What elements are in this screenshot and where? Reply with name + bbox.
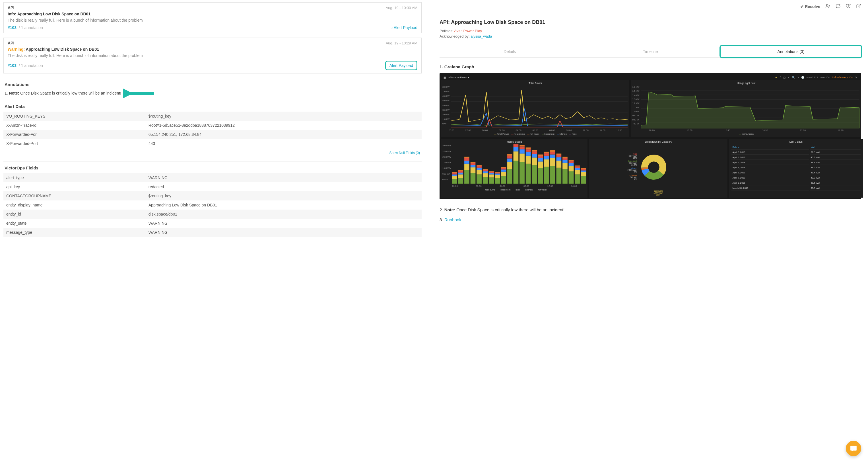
svg-rect-123: [569, 163, 574, 166]
annotation-item: 1. Note: Once Disk Space is critically l…: [3, 90, 422, 100]
svg-rect-82: [520, 153, 525, 162]
svg-rect-70: [501, 167, 506, 168]
svg-rect-64: [495, 173, 500, 173]
incident-tabs: Details Timeline Annotations (3): [439, 46, 861, 58]
svg-rect-40: [464, 156, 469, 158]
grafana-panel-breakdown[interactable]: Breakdown by Category misc5.87 kWh15%bas…: [589, 139, 727, 198]
reroute-icon[interactable]: [836, 3, 841, 10]
last7-table: Date ▾kWh April 7, 201831.5 kWhApril 6, …: [731, 144, 861, 191]
table-row: X-Forwarded-Port443: [3, 139, 422, 148]
svg-rect-30: [452, 172, 457, 173]
tab-timeline[interactable]: Timeline: [580, 46, 721, 57]
user-link[interactable]: alyssa_wada: [470, 34, 492, 38]
svg-rect-74: [507, 156, 513, 158]
svg-rect-96: [538, 168, 543, 184]
policy-link[interactable]: Avs : Power Play: [454, 29, 482, 33]
table-row: March 31, 201838.8 kWh: [732, 186, 861, 191]
grafana-panel-last7[interactable]: Last 7 days Date ▾kWh April 7, 201831.5 …: [729, 139, 863, 198]
svg-rect-130: [575, 166, 580, 166]
svg-rect-121: [569, 171, 574, 184]
svg-rect-91: [532, 165, 537, 184]
svg-rect-129: [575, 167, 580, 168]
svg-rect-116: [562, 169, 567, 184]
snooze-icon[interactable]: [846, 3, 851, 10]
show-null-fields-link[interactable]: Show Null Fields (0): [3, 148, 422, 158]
svg-rect-84: [520, 147, 525, 149]
svg-rect-36: [464, 170, 469, 183]
grafana-share-icon[interactable]: ⤴: [779, 76, 781, 79]
grafana-refresh[interactable]: Refresh every 10s: [832, 76, 852, 79]
svg-rect-53: [483, 171, 488, 173]
svg-rect-115: [556, 153, 562, 155]
alert-id-link[interactable]: #103: [8, 25, 17, 30]
grafana-panel-total-power[interactable]: Total Power 8.0 kW7.0 kW6.0 kW5.0 kW4.0 …: [441, 80, 629, 137]
alert-card-warning[interactable]: API Aug. 19 - 10:29 AM Warning: Approach…: [3, 37, 422, 74]
grafana-forward-icon[interactable]: >: [798, 76, 799, 79]
svg-rect-128: [575, 168, 580, 170]
grafana-timerange[interactable]: now-24h to now-10s: [807, 76, 830, 79]
table-row: message_typeWARNING: [3, 228, 422, 237]
svg-rect-51: [483, 177, 488, 184]
tab-annotations[interactable]: Annotations (3): [719, 45, 862, 58]
grafana-refresh-icon[interactable]: ⟳: [855, 76, 857, 79]
grafana-panel-usage-now[interactable]: Usage right now 1.6 kW1.5 kW1.4 kW1.3 kW…: [631, 80, 861, 137]
alert-card-info[interactable]: API Aug. 19 - 10:30 AM Info: Approaching…: [3, 2, 422, 33]
alert-payload-toggle-highlighted[interactable]: Alert Payload: [385, 61, 417, 70]
alert-level-info: Info:: [8, 12, 16, 16]
svg-rect-88: [526, 152, 531, 156]
svg-rect-29: [452, 173, 457, 174]
grafana-zoom-icon[interactable]: 🔍: [792, 76, 795, 79]
grafana-panel-hourly[interactable]: Hourly usage 3.0 kWh2.5 kWh2.0 kWh1.5 kW…: [441, 139, 588, 198]
svg-rect-111: [556, 168, 562, 184]
runbook-link[interactable]: Runbook: [444, 217, 461, 222]
grafana-star-icon[interactable]: ★: [775, 76, 777, 79]
svg-rect-95: [532, 150, 537, 151]
svg-rect-48: [476, 168, 482, 170]
svg-rect-97: [538, 162, 543, 168]
svg-text:10: 10: [487, 123, 492, 126]
intercom-chat-button[interactable]: [846, 441, 861, 456]
grafana-grid-icon: ▦: [443, 76, 446, 79]
grafana-clock-icon: 🕓: [801, 76, 804, 79]
table-row: entity_iddisk.space/db01: [3, 209, 422, 219]
alert-timestamp: Aug. 19 - 10:30 AM: [386, 6, 417, 10]
grafana-tv-icon[interactable]: ▢: [783, 76, 786, 79]
resolve-button[interactable]: ✔ Resolve: [800, 4, 820, 9]
svg-rect-92: [532, 157, 537, 165]
svg-rect-33: [458, 173, 463, 174]
table-row: April 6, 201840.8 kWh: [732, 155, 861, 160]
table-row: alert_typeWARNING: [3, 173, 422, 182]
svg-rect-57: [489, 175, 494, 178]
alert-annotation-count: / 1 annotation: [19, 25, 43, 30]
annotations-header: Annotations: [3, 78, 422, 90]
table-row: entity_display_nameApproaching Low Disk …: [3, 200, 422, 209]
svg-rect-60: [489, 171, 494, 172]
open-external-icon[interactable]: [856, 3, 861, 10]
svg-rect-112: [556, 161, 562, 168]
tab-details[interactable]: Details: [439, 46, 580, 57]
add-user-icon[interactable]: [825, 3, 831, 10]
svg-rect-45: [470, 162, 476, 163]
grafana-dashboard-name[interactable]: IoTaHome Demo ▾: [448, 76, 469, 79]
grafana-back-icon[interactable]: <: [788, 76, 789, 79]
table-row: api_keyredacted: [3, 182, 422, 191]
svg-rect-98: [538, 158, 543, 162]
svg-rect-67: [501, 172, 506, 176]
incident-toolbar: ✔ Resolve: [439, 0, 861, 17]
alert-payload-toggle[interactable]: › Alert Payload: [392, 25, 417, 30]
svg-rect-28: [452, 175, 457, 176]
alert-data-header: Alert Data: [3, 100, 422, 112]
incident-policies: Policies: Avs : Power Play: [439, 28, 861, 34]
svg-rect-43: [470, 165, 476, 168]
svg-rect-120: [562, 156, 567, 158]
alert-id-link[interactable]: #103: [8, 63, 17, 68]
alert-title: Approaching Low Disk Space on DB01: [26, 47, 99, 52]
table-row: VO_ROUTING_KEYS$routing_key: [3, 112, 422, 121]
svg-rect-75: [507, 154, 513, 155]
victorops-fields-header: VictorOps Fields: [3, 162, 422, 173]
svg-rect-127: [575, 170, 580, 174]
alert-annotation-count: / 1 annotation: [19, 63, 43, 68]
svg-rect-35: [458, 170, 463, 171]
svg-rect-32: [458, 175, 463, 178]
table-row: April 4, 201848.6 kWh: [732, 166, 861, 170]
